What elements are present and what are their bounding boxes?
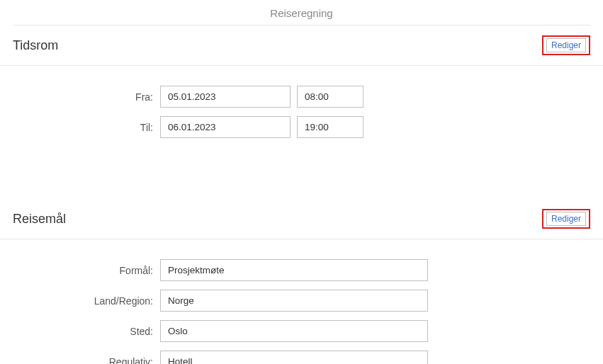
formal-label: Formål: <box>0 265 160 276</box>
reisemal-form: Formål: Prosjektmøte Land/Region: Norge … <box>0 239 603 364</box>
reisemal-edit-button[interactable]: Rediger <box>546 212 586 226</box>
sted-input[interactable]: Oslo <box>160 320 428 342</box>
land-input[interactable]: Norge <box>160 290 428 312</box>
tidsrom-edit-highlight: Rediger <box>542 35 590 55</box>
tidsrom-header: Tidsrom Rediger <box>0 25 603 66</box>
tidsrom-edit-button[interactable]: Rediger <box>546 38 586 52</box>
land-row: Land/Region: Norge <box>0 290 603 312</box>
til-label: Til: <box>0 122 160 133</box>
reisemal-header: Reisemål Rediger <box>0 199 603 239</box>
land-label: Land/Region: <box>0 295 160 307</box>
regulativ-input[interactable]: Hotell <box>160 351 428 364</box>
reisemal-title: Reisemål <box>13 212 66 227</box>
formal-input[interactable]: Prosjektmøte <box>160 259 428 281</box>
regulativ-label: Regulativ: <box>0 356 160 365</box>
formal-row: Formål: Prosjektmøte <box>0 259 603 281</box>
sted-label: Sted: <box>0 326 160 337</box>
fra-label: Fra: <box>0 91 160 103</box>
fra-time-input[interactable]: 08:00 <box>297 86 364 108</box>
fra-date-input[interactable]: 05.01.2023 <box>160 86 291 108</box>
tidsrom-title: Tidsrom <box>13 38 58 53</box>
til-time-input[interactable]: 19:00 <box>297 116 364 138</box>
tidsrom-form: Fra: 05.01.2023 08:00 Til: 06.01.2023 19… <box>0 66 603 154</box>
regulativ-row: Regulativ: Hotell <box>0 351 603 364</box>
page-title: Reiseregning <box>0 0 603 25</box>
section-gap <box>0 154 603 199</box>
sted-row: Sted: Oslo <box>0 320 603 342</box>
fra-row: Fra: 05.01.2023 08:00 <box>0 86 603 108</box>
til-row: Til: 06.01.2023 19:00 <box>0 116 603 138</box>
reisemal-edit-highlight: Rediger <box>542 209 590 229</box>
til-date-input[interactable]: 06.01.2023 <box>160 116 291 138</box>
